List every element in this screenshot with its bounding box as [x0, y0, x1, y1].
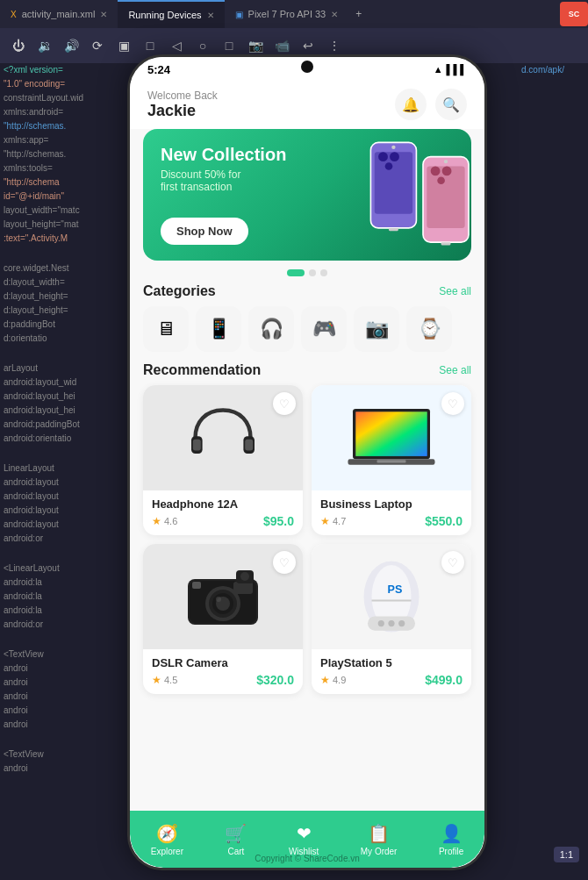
nav-explorer[interactable]: 🧭 Explorer [151, 823, 183, 856]
product-rating-headphone: ★ 4.6 [152, 515, 177, 527]
nav-wishlist[interactable]: ❤ Wishlist [289, 823, 319, 856]
more-icon[interactable]: ⋮ [325, 36, 344, 55]
product-rating-ps5: ★ 4.9 [320, 674, 346, 686]
product-image-headphone: ♡ [143, 385, 303, 490]
product-name-ps5: PlayStation 5 [320, 656, 463, 669]
zoom-badge: 1:1 [554, 847, 579, 862]
status-icons: ▲ ▌▌▌ [434, 64, 467, 75]
nav-cart[interactable]: 🛒 Cart [225, 823, 247, 856]
star-icon-3: ★ [152, 674, 161, 686]
recommendation-section-header: Recommendation See all [130, 362, 484, 385]
tab-pixel[interactable]: ▣ Pixel 7 Pro API 33 ✕ [225, 0, 349, 28]
search-button[interactable]: 🔍 [435, 89, 467, 120]
product-price-headphone: $95.0 [263, 514, 294, 528]
welcome-text: Welcome Back [147, 89, 218, 102]
category-watch[interactable]: ⌚ [406, 306, 452, 352]
cart-icon: 🛒 [225, 823, 247, 844]
product-card-laptop[interactable]: ♡ Business Laptop ★ 4.7 $550.0 [312, 385, 471, 535]
tab-close-xml[interactable]: ✕ [100, 10, 107, 19]
volume-down-icon[interactable]: 🔉 [35, 36, 54, 55]
explorer-icon: 🧭 [156, 823, 178, 844]
phone-container: 5:24 ▲ ▌▌▌ Welcome Back Jackie 🔔 🔍 [127, 54, 487, 870]
sharecode-logo: SC [560, 2, 588, 26]
bell-icon: 🔔 [402, 97, 419, 113]
wishlist-btn-headphone[interactable]: ♡ [273, 392, 296, 415]
signal-icon: ▌▌▌ [447, 64, 467, 75]
category-monitor[interactable]: 🖥 [143, 306, 189, 352]
tab-activity-xml[interactable]: X activity_main.xml ✕ [0, 0, 118, 28]
product-price-ps5: $499.0 [425, 673, 463, 687]
categories-section-header: Categories See all [130, 283, 484, 306]
wishlist-btn-ps5[interactable]: ♡ [441, 551, 464, 574]
products-grid: ♡ Headphone 12A ★ 4.6 $95.0 [130, 385, 484, 694]
svg-point-9 [444, 160, 448, 163]
product-info-camera: DSLR Camera ★ 4.5 $320.0 [143, 649, 303, 694]
user-name: Jackie [147, 102, 218, 120]
promo-banner[interactable]: New Collection Discount 50% for first tr… [143, 129, 471, 261]
device-alt-icon[interactable]: □ [140, 36, 160, 55]
dot-1 [287, 269, 305, 276]
power-icon[interactable]: ⏻ [9, 36, 28, 55]
product-card-ps5[interactable]: PS ♡ PlayStation 5 ★ 4.9 $499.0 [312, 544, 471, 694]
recents-icon[interactable]: □ [219, 36, 239, 55]
myorder-icon: 📋 [368, 823, 390, 844]
product-image-laptop: ♡ [312, 385, 471, 490]
tab-running-devices[interactable]: Running Devices ✕ [118, 0, 224, 28]
svg-rect-22 [377, 460, 406, 462]
category-headphone[interactable]: 🎧 [248, 306, 294, 352]
code-panel: <?xml version= "1.0" encoding= constrain… [0, 63, 123, 880]
camera-icon[interactable]: 📷 [246, 36, 265, 55]
volume-up-icon[interactable]: 🔊 [61, 36, 81, 55]
category-camera[interactable]: 📷 [354, 306, 399, 352]
wishlist-btn-camera[interactable]: ♡ [273, 551, 296, 574]
shop-now-button[interactable]: Shop Now [161, 218, 248, 245]
device-icon[interactable]: ▣ [114, 36, 133, 55]
recommendation-see-all[interactable]: See all [439, 364, 471, 376]
back-icon[interactable]: ◁ [167, 36, 186, 55]
header-left: Welcome Back Jackie [147, 89, 218, 120]
profile-icon: 👤 [441, 823, 463, 844]
nav-myorder[interactable]: 📋 My Order [361, 823, 398, 856]
svg-rect-20 [355, 411, 427, 456]
svg-rect-3 [389, 228, 398, 231]
svg-point-11 [431, 167, 441, 176]
tab-close-pixel[interactable]: ✕ [331, 10, 338, 19]
wishlist-btn-laptop[interactable]: ♡ [441, 392, 464, 415]
product-price-camera: $320.0 [256, 673, 294, 687]
svg-rect-17 [245, 440, 253, 451]
categories-row: 🖥 📱 🎧 🎮 📷 ⌚ [130, 306, 484, 362]
right-url-text: d.com/apk/ [518, 63, 588, 76]
wifi-icon: ▲ [434, 64, 443, 75]
category-gaming[interactable]: 🎮 [301, 306, 347, 352]
camera-svg [179, 557, 267, 636]
product-card-camera[interactable]: ♡ DSLR Camera ★ 4.5 $320.0 [143, 544, 303, 694]
home-icon[interactable]: ○ [193, 36, 212, 55]
laptop-svg [343, 398, 440, 477]
watermark: Copyright © ShareCode.vn [130, 854, 484, 863]
product-image-camera: ♡ [143, 544, 303, 649]
svg-point-6 [385, 162, 393, 170]
category-phone[interactable]: 📱 [196, 306, 241, 352]
product-name-camera: DSLR Camera [152, 656, 294, 669]
product-info-ps5: PlayStation 5 ★ 4.9 $499.0 [312, 649, 471, 694]
undo-icon[interactable]: ↩ [298, 36, 318, 55]
recommendation-title: Recommendation [143, 362, 261, 378]
dot-2 [309, 269, 316, 276]
categories-see-all[interactable]: See all [439, 285, 471, 297]
right-url-area: d.com/apk/ [518, 63, 588, 116]
rotate-icon[interactable]: ⟳ [88, 36, 107, 55]
product-rating-laptop: ★ 4.7 [320, 515, 346, 527]
svg-text:PS: PS [388, 583, 403, 596]
phone-notch [301, 61, 313, 73]
tab-close-running[interactable]: ✕ [207, 11, 214, 20]
notification-button[interactable]: 🔔 [395, 89, 427, 120]
header-actions: 🔔 🔍 [395, 89, 467, 120]
svg-point-39 [388, 620, 394, 626]
product-card-headphone[interactable]: ♡ Headphone 12A ★ 4.6 $95.0 [143, 385, 303, 535]
svg-rect-16 [193, 440, 201, 451]
nav-profile[interactable]: 👤 Profile [439, 823, 463, 856]
tab-add[interactable]: + [348, 0, 369, 28]
svg-rect-10 [441, 242, 451, 245]
video-icon[interactable]: 📹 [272, 36, 291, 55]
svg-point-12 [442, 167, 452, 176]
